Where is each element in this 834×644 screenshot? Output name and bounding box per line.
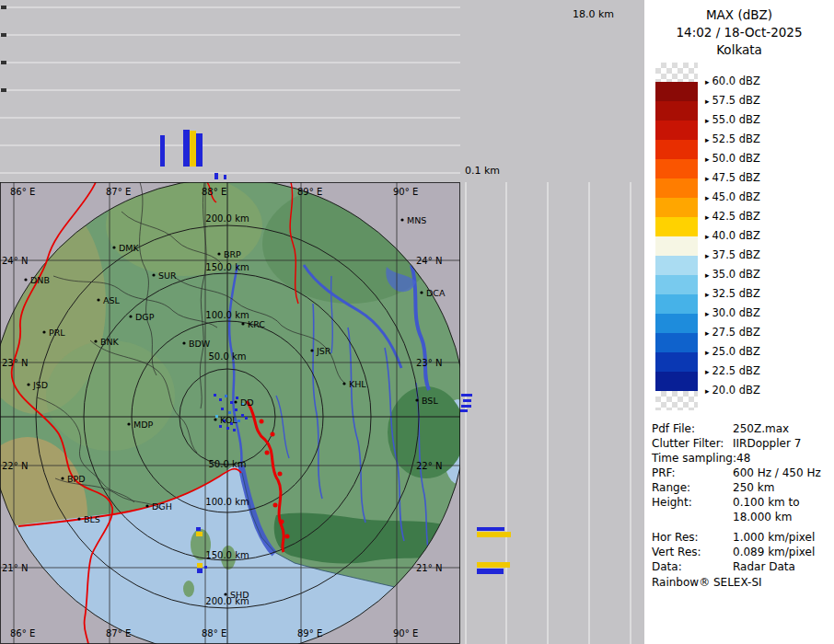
station-dot [234,400,237,403]
range-ring-label: 100.0 km [205,497,249,507]
scale-label: ▸37.5 dBZ [705,248,760,261]
meta-field-label: Clutter Filter: [652,436,733,451]
latitude-label: 23° N [416,358,442,368]
station-label: MDP [133,420,154,430]
pointer-icon: ▸ [705,232,710,241]
scale-label: ▸42.5 dBZ [705,210,760,223]
pointer-icon: ▸ [705,116,710,125]
scale-label: ▸32.5 dBZ [705,287,760,300]
pointer-icon: ▸ [705,251,710,260]
scale-swatch [655,217,698,236]
meta-field-value: IIRDoppler 7 [733,436,832,451]
station-label: BNK [100,337,120,347]
station-label: DD [240,397,254,408]
station-label: KRC [248,319,265,329]
meta-row: Data:Radar Data [652,559,832,574]
station-dot [400,218,403,221]
pointer-icon: ▸ [705,348,710,357]
station-dot [129,315,132,317]
scale-swatch [655,236,698,256]
pointer-icon: ▸ [705,270,710,280]
info-panel: MAX (dBZ) 14:02 / 18-Oct-2025 Kolkata ▸6… [644,0,834,644]
pointer-icon: ▸ [705,77,710,86]
scale-label: ▸45.0 dBZ [705,190,760,203]
scale-label: ▸57.5 dBZ [705,94,760,107]
station-dot [27,383,29,385]
scale-swatch [655,391,698,410]
scale-label-text: 22.5 dBZ [712,364,760,377]
scale-label: ▸30.0 dBZ [705,306,760,319]
station-dot [342,382,345,385]
pointer-icon: ▸ [705,193,710,202]
scale-label-text: 52.5 dBZ [712,132,760,145]
scale-label-text: 32.5 dBZ [712,287,760,300]
station-dot [127,422,130,425]
range-ring-label: 150.0 km [205,550,249,560]
meta-field-label: Hor Res: [652,530,733,545]
scale-label-text: 57.5 dBZ [712,94,760,107]
longitude-label: 87° E [106,628,131,638]
station-label: BPD [67,474,86,484]
meta-field-value: 250 km [733,480,832,495]
pointer-icon: ▸ [705,290,710,299]
dbz-color-scale: ▸60.0 dBZ▸57.5 dBZ▸55.0 dBZ▸52.5 dBZ▸50.… [655,63,832,412]
scale-swatch [655,63,698,82]
station-label: BSL [422,396,438,406]
station-dot [97,298,99,301]
radar-display-canvas[interactable]: 18.0 km 0.1 km [0,0,644,644]
station-label: PRL [49,328,65,338]
meta-field-value: 250Z.max [733,421,832,436]
longitude-label: 87° E [106,187,131,197]
scale-label-text: 25.0 dBZ [712,345,760,358]
meta-row: Hor Res:1.000 km/pixel [652,530,832,545]
station-label: DGP [135,312,155,322]
longitude-label: 89° E [297,628,322,638]
meta-field-value: 0.100 km to [733,495,832,510]
meta-field-label: Vert Res: [652,545,733,559]
station-dot [145,504,148,507]
station-label: DNB [30,275,50,285]
station-label: BRP [224,249,241,259]
scale-label: ▸47.5 dBZ [705,171,760,184]
radar-site-name: Kolkata [644,41,834,59]
scale-swatch [655,352,698,372]
scale-label-text: 20.0 dBZ [712,384,760,397]
pointer-icon: ▸ [705,328,710,338]
station-dot [415,398,418,401]
station-label: DCA [426,288,446,298]
scale-label: ▸60.0 dBZ [705,75,760,87]
pointer-icon: ▸ [705,155,710,164]
latitude-label: 24° N [2,256,28,266]
latitude-label: 24° N [416,256,442,266]
meta-row: PRF:600 Hz / 450 Hz [652,466,832,480]
meta-field-label: Pdf File: [652,421,733,436]
pointer-icon: ▸ [705,309,710,318]
station-label: ASL [103,295,121,305]
scale-label: ▸52.5 dBZ [705,132,760,145]
scale-label: ▸50.0 dBZ [705,152,760,165]
station-label: DGH [152,501,172,512]
station-dot [24,278,27,281]
station-dot [42,330,45,333]
software-credit: Rainbow® SELEX-SI [652,576,762,589]
station-label: DMK [119,243,140,253]
scale-swatch [655,121,698,140]
meta-row: Range:250 km [652,480,832,495]
meta-row: Height:0.100 km to [652,495,832,510]
scale-label: ▸35.0 dBZ [705,268,760,281]
longitude-label: 86° E [10,187,35,197]
longitude-label: 88° E [202,628,226,638]
longitude-label: 90° E [393,628,418,638]
meta-field-label [652,510,733,524]
scale-swatch [655,314,698,333]
legend-meta-top: Pdf File:250Z.maxClutter Filter:IIRDoppl… [652,421,832,524]
meta-field-value: 600 Hz / 450 Hz [733,466,832,480]
longitude-label: 90° E [393,187,418,197]
scale-label-text: 27.5 dBZ [712,326,760,339]
range-ring-label: 200.0 km [205,596,249,606]
latitude-label: 22° N [2,461,28,471]
pointer-icon: ▸ [705,97,710,106]
scale-label: ▸40.0 dBZ [705,229,760,242]
scale-label-text: 47.5 dBZ [712,171,760,184]
meta-field-value: 48 [736,451,832,466]
